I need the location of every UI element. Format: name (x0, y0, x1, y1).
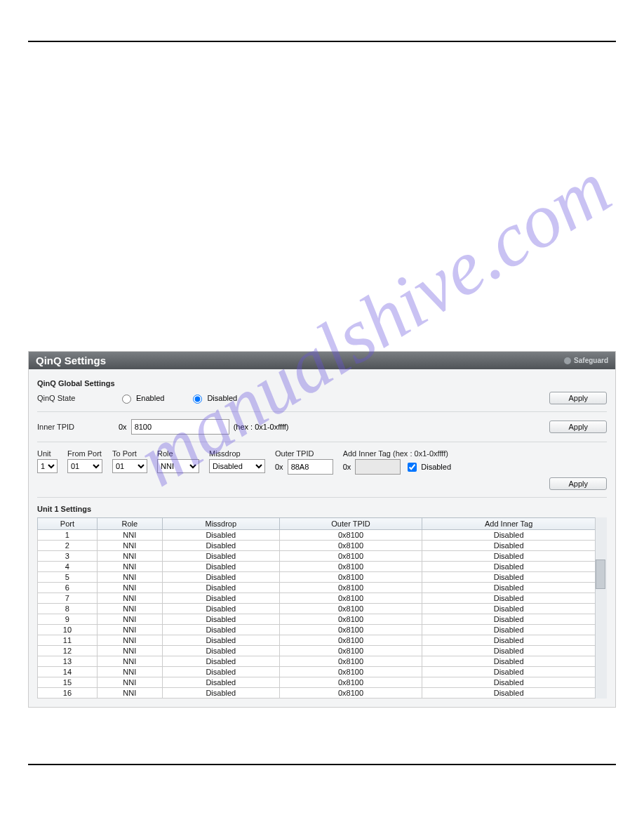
inner-tag-prefix: 0x (343, 463, 351, 471)
table-cell: Disabled (162, 572, 279, 583)
table-cell: 0x8100 (279, 667, 422, 677)
table-cell: Disabled (162, 677, 279, 688)
table-cell: 7 (38, 593, 98, 604)
qinq-state-enabled-radio[interactable] (122, 395, 131, 404)
missdrop-label: Missdrop (209, 449, 241, 458)
table-cell: Disabled (162, 593, 279, 604)
table-row: 1NNIDisabled0x8100Disabled (38, 530, 596, 541)
table-cell: Disabled (422, 656, 596, 667)
table-cell: 13 (38, 656, 98, 667)
col-role: Role (97, 518, 162, 530)
table-row: 3NNIDisabled0x8100Disabled (38, 551, 596, 562)
table-cell: 3 (38, 551, 98, 562)
table-cell: Disabled (162, 656, 279, 667)
scrollbar-thumb[interactable] (596, 560, 605, 589)
table-cell: Disabled (162, 646, 279, 656)
inner-tpid-prefix: 0x (119, 423, 127, 431)
table-cell: 1 (38, 530, 98, 541)
table-cell: Disabled (162, 562, 279, 572)
table-cell: Disabled (162, 614, 279, 625)
table-cell: 0x8100 (279, 614, 422, 625)
table-cell: 0x8100 (279, 635, 422, 646)
inner-tpid-apply-button[interactable]: Apply (549, 421, 607, 433)
table-cell: NNI (97, 551, 162, 562)
inner-tpid-input[interactable] (131, 419, 229, 435)
table-row: 7NNIDisabled0x8100Disabled (38, 593, 596, 604)
inner-tpid-hint: (hex : 0x1-0xffff) (234, 423, 289, 431)
table-cell: 0x8100 (279, 593, 422, 604)
table-row: 10NNIDisabled0x8100Disabled (38, 625, 596, 635)
table-cell: Disabled (162, 688, 279, 699)
col-missdrop: Missdrop (162, 518, 279, 530)
table-cell: Disabled (422, 530, 596, 541)
table-cell: Disabled (162, 583, 279, 593)
table-cell: 4 (38, 562, 98, 572)
global-apply-button[interactable]: Apply (549, 392, 607, 404)
table-cell: 14 (38, 667, 98, 677)
table-cell: 0x8100 (279, 646, 422, 656)
table-scrollbar[interactable] (595, 517, 607, 699)
qinq-state-disabled-radio[interactable] (193, 395, 202, 404)
table-cell: NNI (97, 572, 162, 583)
table-cell: Disabled (162, 530, 279, 541)
top-rule (28, 41, 616, 42)
table-cell: 5 (38, 572, 98, 583)
table-row: 2NNIDisabled0x8100Disabled (38, 541, 596, 551)
table-cell: 16 (38, 688, 98, 699)
inner-tpid-label: Inner TPID (37, 423, 114, 431)
missdrop-select[interactable]: Disabled (209, 459, 265, 473)
unit-select[interactable]: 1 (37, 459, 58, 473)
add-inner-tag-disabled-checkbox[interactable] (408, 463, 417, 472)
table-cell: Disabled (162, 551, 279, 562)
table-row: 14NNIDisabled0x8100Disabled (38, 667, 596, 677)
role-select[interactable]: NNI (157, 459, 199, 473)
table-row: 13NNIDisabled0x8100Disabled (38, 656, 596, 667)
add-inner-tag-input (355, 459, 401, 475)
safeguard-label: Safeguard (574, 357, 608, 364)
table-cell: Disabled (422, 677, 596, 688)
table-cell: NNI (97, 688, 162, 699)
from-port-label: From Port (67, 449, 102, 458)
table-cell: 0x8100 (279, 562, 422, 572)
table-cell: 2 (38, 541, 98, 551)
col-outer-tpid: Outer TPID (279, 518, 422, 530)
table-cell: Disabled (422, 541, 596, 551)
table-cell: 0x8100 (279, 688, 422, 699)
add-inner-tag-disabled-label: Disabled (421, 463, 451, 471)
table-cell: NNI (97, 530, 162, 541)
port-config-apply-button[interactable]: Apply (549, 477, 607, 490)
table-cell: 0x8100 (279, 625, 422, 635)
outer-tpid-input[interactable] (288, 459, 333, 475)
table-cell: Disabled (422, 614, 596, 625)
table-cell: NNI (97, 646, 162, 656)
table-cell: Disabled (162, 635, 279, 646)
global-settings-heading: QinQ Global Settings (37, 379, 607, 388)
table-cell: 11 (38, 635, 98, 646)
table-cell: NNI (97, 562, 162, 572)
table-cell: Disabled (422, 604, 596, 614)
table-cell: Disabled (422, 562, 596, 572)
qinq-settings-panel: QinQ Settings Safeguard QinQ Global Sett… (28, 351, 616, 708)
safeguard-indicator: Safeguard (564, 357, 608, 364)
table-cell: 0x8100 (279, 551, 422, 562)
table-cell: NNI (97, 604, 162, 614)
from-port-select[interactable]: 01 (67, 459, 102, 473)
to-port-select[interactable]: 01 (112, 459, 147, 473)
col-add-inner-tag: Add Inner Tag (422, 518, 596, 530)
panel-header: QinQ Settings Safeguard (29, 352, 615, 369)
table-row: 16NNIDisabled0x8100Disabled (38, 688, 596, 699)
outer-tpid-label: Outer TPID (275, 449, 314, 458)
table-cell: Disabled (162, 604, 279, 614)
table-cell: NNI (97, 677, 162, 688)
table-row: 12NNIDisabled0x8100Disabled (38, 646, 596, 656)
unit-settings-heading: Unit 1 Settings (37, 505, 607, 513)
role-label: Role (157, 449, 173, 458)
table-row: 6NNIDisabled0x8100Disabled (38, 583, 596, 593)
table-cell: Disabled (162, 667, 279, 677)
table-cell: Disabled (422, 551, 596, 562)
table-cell: NNI (97, 667, 162, 677)
table-cell: 0x8100 (279, 604, 422, 614)
unit-settings-table: Port Role Missdrop Outer TPID Add Inner … (37, 517, 596, 699)
table-cell: 9 (38, 614, 98, 625)
table-cell: Disabled (422, 667, 596, 677)
